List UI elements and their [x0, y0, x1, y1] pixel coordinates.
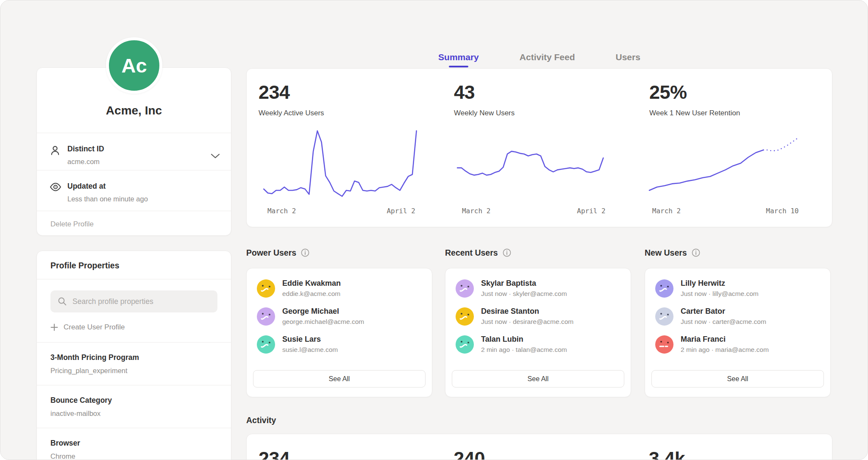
user-subtext: george.michael@acme.com: [282, 318, 364, 326]
see-all-button[interactable]: See All: [452, 370, 624, 388]
activity-section-title: Activity: [246, 415, 276, 425]
stat-value: 25%: [649, 81, 821, 103]
property-label: 3-Month Pricing Program: [50, 353, 217, 362]
activity-stat: 234: [247, 434, 442, 460]
user-name: Maria Franci: [681, 335, 769, 344]
stat-value: 240: [453, 448, 625, 460]
stat-value: 3.4k: [649, 448, 820, 460]
stat-label: Weekly New Users: [454, 109, 626, 117]
power-users-header: Power Users: [246, 247, 309, 259]
list-item[interactable]: Susie Lars susie.l@acme.com: [247, 330, 432, 358]
user-name: Talan Lubin: [481, 335, 567, 344]
user-subtext: Just now · lilly@acme.com: [681, 290, 759, 298]
user-avatar: [655, 335, 673, 354]
x-axis-tick: March 10: [766, 207, 798, 215]
line-chart: [454, 128, 626, 199]
updated-at-text: Updated at Less than one minute ago: [67, 182, 206, 203]
distinct-id-row: Distinct ID acme.com: [37, 133, 231, 170]
info-icon[interactable]: [503, 248, 511, 257]
user-avatar: [456, 335, 474, 354]
line-chart: [649, 128, 821, 199]
weekly-new-users-chart: March 2 April 2: [454, 128, 626, 199]
list-item[interactable]: George Michael george.michael@acme.com: [247, 302, 432, 330]
line-chart: [259, 128, 430, 199]
delete-profile-button[interactable]: Delete Profile: [37, 211, 231, 236]
search-profile-properties-input[interactable]: [50, 290, 217, 312]
property-value: inactive-mailbox: [50, 410, 217, 418]
user-name: Carter Bator: [681, 307, 766, 316]
create-user-profile-button[interactable]: Create User Profile: [50, 312, 217, 342]
profile-properties-tools: Create User Profile: [37, 279, 231, 342]
user-name: George Michael: [282, 307, 364, 316]
activity-stat: 3.4k: [637, 434, 832, 460]
weekly-new-users-stat: 43 Weekly New Users March 2 April 2: [442, 69, 637, 227]
list-item[interactable]: Eddie Kwakman eddie.k@acme.com: [247, 274, 432, 302]
distinct-id-text: Distinct ID acme.com: [67, 145, 206, 166]
user-subtext: 2 min ago · talan@acme.com: [481, 346, 567, 354]
list-item[interactable]: Desirae Stanton Just now · desirare@acme…: [445, 302, 631, 330]
user-name: Desirae Stanton: [481, 307, 573, 316]
activity-stats-card: 234 240 3.4k: [246, 434, 832, 460]
company-avatar: Ac: [106, 37, 162, 94]
recent-users-card: Skylar Baptista Just now · skyler@acme.c…: [445, 268, 631, 397]
stat-label: Week 1 New User Retention: [649, 109, 821, 117]
section-title: Power Users: [246, 248, 296, 258]
plus-icon: [50, 323, 58, 331]
section-title: Recent Users: [445, 248, 498, 258]
user-avatar: [456, 307, 474, 326]
property-label: Bounce Category: [50, 396, 217, 405]
list-item[interactable]: Skylar Baptista Just now · skyler@acme.c…: [445, 274, 631, 302]
list-item[interactable]: Talan Lubin 2 min ago · talan@acme.com: [445, 330, 631, 358]
new-users-header: New Users: [645, 247, 700, 259]
new-users-card: Lilly Herwitz Just now · lilly@acme.com …: [645, 268, 831, 397]
stat-value: 43: [454, 81, 626, 103]
user-list: Eddie Kwakman eddie.k@acme.com George Mi…: [247, 268, 432, 358]
updated-at-row: Updated at Less than one minute ago: [37, 170, 231, 211]
user-subtext: eddie.k@acme.com: [282, 290, 341, 298]
property-value: Chrome: [50, 452, 217, 460]
user-avatar: [655, 279, 673, 298]
user-avatar: [456, 279, 474, 298]
tab-activity-feed[interactable]: Activity Feed: [520, 46, 575, 68]
updated-at-label: Updated at: [67, 182, 206, 191]
chevron-down-icon[interactable]: [211, 153, 220, 159]
stat-label: Weekly Active Users: [259, 109, 430, 117]
tab-users[interactable]: Users: [616, 46, 640, 68]
sidebar: Ac Acme, Inc Distinct ID acme.com: [36, 0, 231, 460]
user-name: Susie Lars: [282, 335, 338, 344]
tab-bar: Summary Activity Feed Users: [246, 46, 832, 68]
user-avatar: [257, 307, 275, 326]
info-icon[interactable]: [692, 248, 700, 257]
user-subtext: 2 min ago · maria@acme.com: [681, 346, 769, 354]
list-item[interactable]: Lilly Herwitz Just now · lilly@acme.com: [645, 274, 830, 302]
x-axis-tick: April 2: [387, 207, 415, 215]
user-avatar: [257, 335, 275, 354]
summary-stats-card: 234 Weekly Active Users March 2 April 2 …: [246, 68, 832, 227]
info-icon[interactable]: [301, 248, 309, 257]
user-avatar: [655, 307, 673, 326]
list-item[interactable]: Maria Franci 2 min ago · maria@acme.com: [645, 330, 830, 358]
property-row-bounce-category[interactable]: Bounce Category inactive-mailbox: [37, 385, 231, 428]
profile-page: Ac Acme, Inc Distinct ID acme.com: [0, 0, 868, 460]
user-subtext: Just now · skyler@acme.com: [481, 290, 567, 298]
retention-stat: 25% Week 1 New User Retention March 2 Ma…: [637, 69, 833, 227]
property-row-pricing-program[interactable]: 3-Month Pricing Program Pricing_plan_exp…: [37, 343, 231, 385]
see-all-button[interactable]: See All: [651, 370, 824, 388]
person-icon: [50, 145, 61, 156]
eye-icon: [50, 182, 61, 192]
search-profile-properties: [50, 290, 217, 312]
see-all-button[interactable]: See All: [253, 370, 426, 388]
user-subtext: Just now · carter@acme.com: [681, 318, 766, 326]
tab-summary[interactable]: Summary: [438, 46, 479, 68]
stat-value: 234: [259, 81, 430, 103]
x-axis-tick: April 2: [577, 207, 605, 215]
user-name: Skylar Baptista: [481, 279, 567, 288]
create-user-profile-label: Create User Profile: [64, 323, 125, 332]
list-item[interactable]: Carter Bator Just now · carter@acme.com: [645, 302, 830, 330]
user-subtext: Just now · desirare@acme.com: [481, 318, 573, 326]
retention-chart: March 2 March 10: [649, 128, 821, 199]
property-row-browser[interactable]: Browser Chrome: [37, 428, 231, 460]
user-list: Skylar Baptista Just now · skyler@acme.c…: [445, 268, 631, 358]
property-label: Browser: [50, 439, 217, 448]
stat-value: 234: [259, 448, 430, 460]
